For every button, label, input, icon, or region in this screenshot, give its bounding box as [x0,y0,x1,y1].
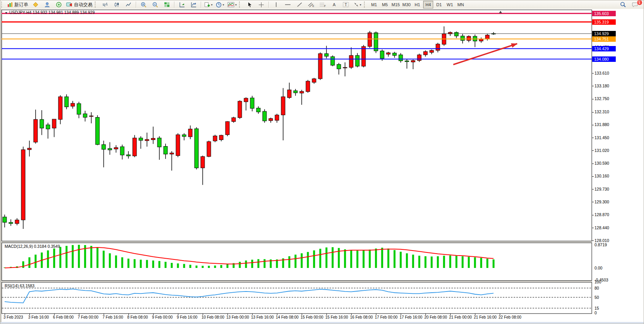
horizontal-line-tool[interactable] [282,0,294,9]
templates-icon [227,2,234,7]
macd-bar [72,245,74,268]
macd-bar [388,249,389,268]
price-tick [592,73,594,73]
timeframe-m1[interactable]: M1 [369,1,379,9]
time-axis-label: 10 Feb 08:00 [202,315,224,319]
time-axis-label: 21 Feb 16:00 [474,315,497,319]
candle-body [424,51,427,55]
crosshair-button[interactable] [255,0,267,9]
timeframe-mn[interactable]: MN [456,1,466,9]
dropdown-caret-icon: ▾ [222,3,224,7]
auto-trading-button[interactable]: 自动交易 [65,0,94,9]
fibonacci-tool[interactable]: F [317,0,328,9]
macd-bar [375,249,377,268]
text-label-tool[interactable]: T [340,0,352,9]
indicator-window-button[interactable] [176,0,188,9]
price-tick-label: 130.160 [594,174,609,178]
candle-body [34,119,38,142]
price-tick-label: 129.730 [594,187,609,191]
candle-body [281,97,285,115]
favorites-button[interactable] [30,0,41,9]
macd-bar [400,252,402,268]
notification-badge: 1 [637,0,642,5]
macd-bar [350,250,352,268]
price-tick [592,99,594,99]
macd-bar [493,259,495,268]
line-chart-button[interactable] [123,0,134,9]
macd-bar [264,259,266,268]
bar-chart-button[interactable] [99,0,111,9]
price-tick [592,176,594,177]
time-axis-label: 21 Feb 00:00 [449,315,472,319]
dropdown-caret-icon: ▾ [235,3,237,7]
macd-axis-label: 0.8719 [594,242,607,247]
price-tick-label: 131.020 [594,148,609,153]
add-indicator-button[interactable]: ▾ [203,0,214,9]
macd-bar [344,249,346,268]
timeframe-m30[interactable]: M30 [401,1,412,9]
time-axis-label: 7 Feb 00:00 [78,315,98,319]
candle-body [232,118,236,121]
templates-button[interactable]: ▾ [226,0,238,9]
candle-body [306,81,310,92]
candle-body [213,136,217,141]
macd-bar [332,247,334,268]
period-menu-button[interactable]: ▾ [214,0,226,9]
chat-button[interactable]: 1 [629,0,641,9]
macd-bar [227,264,229,268]
time-axis-label: 9 Feb 00:00 [152,315,173,319]
accounts-button[interactable] [41,0,53,9]
candle-body [71,103,75,106]
price-tick-label: 133.180 [594,84,609,88]
candlestick-chart-button[interactable] [111,0,123,9]
new-order-button[interactable]: 新订单 [6,0,30,9]
candle-body [96,118,99,145]
candle-body [157,138,161,147]
rsi-axis-label: 0 [594,310,597,315]
timeframe-h4[interactable]: H4 [423,1,433,9]
time-axis-label: 9 Feb 16:00 [177,315,197,319]
zoom-out-button[interactable] [149,0,161,9]
macd-bar [431,256,433,268]
trendline-tool[interactable] [294,0,305,9]
candle-body [368,33,372,47]
time-axis-label: 22 Feb 08:00 [499,315,521,319]
candle-body [170,153,174,154]
price-tick-label: 131.880 [594,122,609,127]
search-icon [620,2,626,8]
pane-splitter [2,242,592,243]
toolbar-grip [364,2,367,8]
rsi-axis-label: 100 [594,280,601,284]
price-tick [592,202,594,202]
equidistant-channel-tool[interactable]: E [305,0,317,9]
macd-bar [220,265,222,268]
candle-body [405,61,409,61]
price-tick [592,125,594,125]
macd-bar [109,253,111,268]
main-pane [2,10,592,241]
candle-body [300,91,304,93]
macd-bar [443,256,445,268]
cursor-button[interactable] [244,0,255,9]
zoom-in-button[interactable] [138,0,149,9]
vertical-line-tool[interactable] [270,0,282,9]
tile-windows-button[interactable] [161,0,173,9]
timeframe-d1[interactable]: D1 [434,1,444,9]
timeframe-w1[interactable]: W1 [445,1,455,9]
macd-label: MACD(12,26,9) 0.3184 0.3549 [5,244,60,249]
candle-body [318,54,322,79]
objects-window-button[interactable] [188,0,199,9]
chart-title-text: USDJPY-H4 134.932 134.981 134.889 134.92… [9,10,95,15]
search-button[interactable] [617,0,629,9]
text-tool[interactable]: A [328,0,340,9]
price-chart[interactable] [2,9,592,322]
timeframe-h1[interactable]: H1 [412,1,422,9]
timeframe-m5[interactable]: M5 [380,1,390,9]
price-tick [592,112,594,113]
time-axis-label: 16 Feb 08:00 [350,315,373,319]
timeframe-m15[interactable]: M15 [391,1,401,9]
macd-bar [412,255,414,268]
candle-body [21,150,25,220]
arrows-menu-button[interactable]: ▾ [352,0,363,9]
signals-button[interactable] [53,0,65,9]
